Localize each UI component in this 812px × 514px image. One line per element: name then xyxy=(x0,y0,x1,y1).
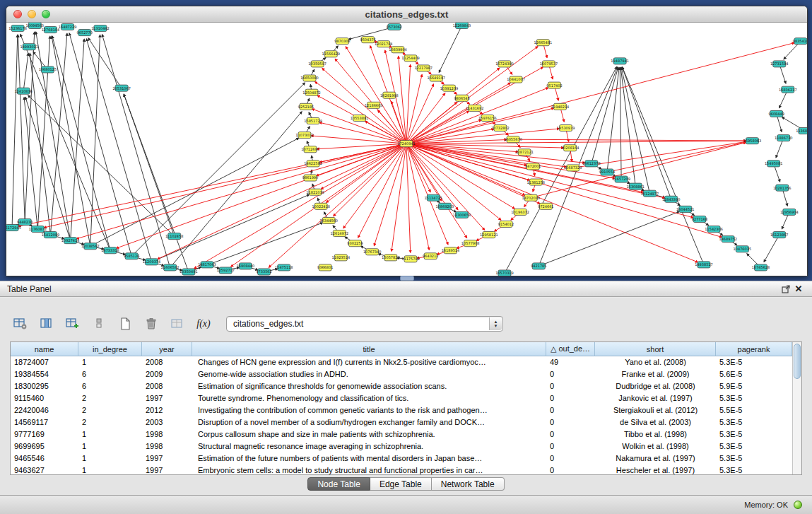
column-header-out_degree[interactable]: △ out_de… xyxy=(546,342,595,356)
graph-edge[interactable] xyxy=(36,32,71,240)
graph-node[interactable]: 9472001 xyxy=(525,163,541,170)
graph-edge[interactable] xyxy=(28,95,175,236)
column-header-short[interactable]: short xyxy=(595,342,716,356)
graph-edge[interactable] xyxy=(20,34,110,250)
graph-node[interactable]: 9806543 xyxy=(454,95,469,101)
graph-edge[interactable] xyxy=(406,144,665,198)
graph-node[interactable]: 9733562 xyxy=(256,269,271,275)
graph-node[interactable]: 16570319 xyxy=(495,270,514,276)
graph-node[interactable]: 12768104 xyxy=(42,27,60,33)
graph-node[interactable]: 10391209 xyxy=(440,85,459,91)
graph-node[interactable]: 9517402 xyxy=(546,82,562,88)
graph-node[interactable]: 10476035 xyxy=(734,246,752,252)
graph-edge[interactable] xyxy=(24,98,37,229)
graph-edge[interactable] xyxy=(312,109,406,144)
network-graph[interactable]: 1724094195043761202178410839994112544091… xyxy=(6,23,807,276)
graph-edge[interactable] xyxy=(592,67,618,163)
tab-edge-table[interactable]: Edge Table xyxy=(370,477,432,491)
graph-node[interactable]: 16649197 xyxy=(428,75,446,81)
graph-edge[interactable] xyxy=(44,144,406,228)
graph-node[interactable]: 11542306 xyxy=(705,226,723,233)
tab-node-table[interactable]: Node Table xyxy=(307,477,370,491)
graph-node[interactable]: 10745628 xyxy=(752,264,770,271)
graph-node[interactable]: 11566429 xyxy=(322,51,340,57)
graph-node[interactable]: 9504376 xyxy=(360,37,375,43)
graph-node[interactable]: 11073012 xyxy=(295,132,314,139)
graph-node[interactable]: 16487229 xyxy=(59,24,77,30)
graph-node[interactable]: 9870308 xyxy=(334,38,350,45)
graph-edge[interactable] xyxy=(76,144,406,238)
graph-node[interactable]: 11368292 xyxy=(796,128,807,134)
graph-node[interactable]: 11209374 xyxy=(143,259,161,265)
graph-node[interactable]: 9652770 xyxy=(77,30,93,36)
close-window-button[interactable] xyxy=(13,10,22,18)
graph-node[interactable]: 9910554 xyxy=(599,169,615,175)
graph-node[interactable]: 20531067 xyxy=(112,85,131,91)
graph-node[interactable]: 10577908 xyxy=(461,240,480,247)
graph-node[interactable]: 9154012 xyxy=(498,221,514,227)
minimize-window-button[interactable] xyxy=(28,10,36,18)
graph-node[interactable]: 11821039 xyxy=(306,189,324,195)
graph-node[interactable]: 15495081 xyxy=(765,160,783,167)
table-row[interactable]: 1456911722003Disruption of a novel membe… xyxy=(11,416,801,428)
graph-node[interactable]: 12956904 xyxy=(780,209,799,215)
graph-node[interactable]: 11475118 xyxy=(275,264,293,271)
graph-edge[interactable] xyxy=(311,136,406,144)
graph-node[interactable]: 10553881 xyxy=(351,115,369,121)
graph-node[interactable]: 9366801 xyxy=(317,264,333,271)
graph-node[interactable]: 12186603 xyxy=(365,102,383,108)
table-row[interactable]: 911546021997Tourette syndrome. Phenomeno… xyxy=(11,392,801,404)
graph-node[interactable]: 10927414 xyxy=(61,238,80,244)
graph-node[interactable]: 10022418 xyxy=(312,203,330,209)
graph-edge[interactable] xyxy=(131,83,305,256)
graph-edge[interactable] xyxy=(439,25,461,72)
graph-edge[interactable] xyxy=(25,32,35,222)
graph-edge[interactable] xyxy=(71,39,85,240)
graph-node[interactable]: 10680125 xyxy=(39,66,57,73)
function-builder-icon[interactable]: f(x) xyxy=(194,315,213,333)
table-selector[interactable]: citations_edges.txt ▲▼ xyxy=(226,316,503,332)
graph-edge[interactable] xyxy=(392,144,406,251)
graph-node[interactable]: 11431692 xyxy=(466,105,484,111)
graph-node[interactable]: 10359597 xyxy=(308,61,326,67)
graph-edge[interactable] xyxy=(18,35,25,222)
graph-edge[interactable] xyxy=(365,121,406,144)
graph-node[interactable]: 16612378 xyxy=(582,160,601,167)
graph-edge[interactable] xyxy=(315,82,406,144)
graph-edge[interactable] xyxy=(406,83,510,144)
graph-node[interactable]: 15851729 xyxy=(304,117,322,124)
graph-node[interactable]: 8573062 xyxy=(387,24,402,30)
graph-node[interactable]: 12614972 xyxy=(331,230,349,237)
column-header-year[interactable]: year xyxy=(142,342,192,356)
graph-edge[interactable] xyxy=(406,43,794,144)
graph-node[interactable]: 10712690 xyxy=(301,146,319,153)
graph-node[interactable]: 9252185 xyxy=(298,103,314,110)
graph-edge[interactable] xyxy=(620,67,621,179)
graph-node[interactable]: 9421785 xyxy=(531,263,546,269)
table-options-icon[interactable] xyxy=(11,315,30,333)
graph-node[interactable]: 11923514 xyxy=(332,255,351,261)
graph-node[interactable]: 14702039 xyxy=(522,194,540,201)
graph-edge[interactable] xyxy=(52,36,90,246)
new-document-icon[interactable] xyxy=(116,315,134,333)
graph-node[interactable]: 15687329 xyxy=(564,165,582,171)
table-row[interactable]: 1872400712008Changes of HCN gene express… xyxy=(11,356,801,368)
graph-node[interactable]: 9608449 xyxy=(769,110,784,117)
graph-edge[interactable] xyxy=(374,144,406,245)
graph-edge[interactable] xyxy=(623,67,704,265)
graph-node[interactable]: 9277168 xyxy=(692,216,707,222)
graph-node[interactable]: 10441007 xyxy=(507,76,525,83)
graph-node[interactable]: 9861990 xyxy=(302,175,318,181)
table-row[interactable]: 1938455462009Genome-wide association stu… xyxy=(11,368,801,380)
graph-node[interactable]: 14993011 xyxy=(20,44,38,50)
graph-node[interactable]: 9585126 xyxy=(124,253,139,259)
graph-node[interactable]: 12665481 xyxy=(534,40,553,46)
graph-node[interactable]: 16079537 xyxy=(540,61,558,67)
graph-edge[interactable] xyxy=(86,39,151,262)
graph-node[interactable]: 10767340 xyxy=(363,249,382,255)
graph-node[interactable]: 9643212 xyxy=(423,253,438,259)
graph-node[interactable]: 15134725 xyxy=(425,194,443,201)
graph-edge[interactable] xyxy=(52,36,110,250)
pane-divider-handle[interactable] xyxy=(400,276,414,281)
graph-edge[interactable] xyxy=(406,144,467,238)
